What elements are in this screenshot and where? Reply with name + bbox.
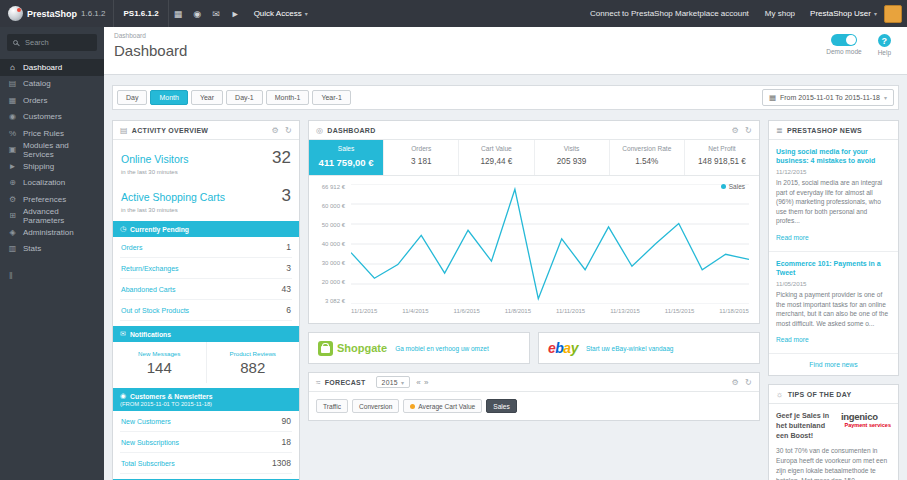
article-title-link[interactable]: Ecommerce 101: Payments in a Tweet bbox=[776, 259, 891, 277]
refresh-icon[interactable]: ↻ bbox=[745, 378, 752, 387]
sidebar-item-advanced-parameters[interactable]: ⊞ Advanced Parameters bbox=[0, 208, 104, 225]
sidebar-item-price-rules[interactable]: % Price Rules bbox=[0, 125, 104, 142]
lightbulb-icon: ☼ bbox=[776, 390, 784, 399]
notifications-header: ✉ Notifications bbox=[113, 326, 299, 342]
user-avatar[interactable] bbox=[884, 5, 902, 23]
range-year-button[interactable]: Year bbox=[191, 90, 223, 105]
cart-icon[interactable]: ▦ bbox=[169, 0, 188, 27]
shopgate-promo-link[interactable]: Ga mobiel en verhoog uw omzet bbox=[395, 345, 489, 352]
new-customers-link[interactable]: New Customers bbox=[121, 418, 171, 425]
range-day-1-button[interactable]: Day-1 bbox=[226, 90, 263, 105]
sidebar-item-administration[interactable]: ◈ Administration bbox=[0, 224, 104, 241]
legend-label: Sales bbox=[493, 403, 510, 410]
ingenico-logo: ingenico Payment services bbox=[841, 411, 891, 428]
demo-mode-toggle[interactable] bbox=[831, 34, 857, 46]
online-visitors-link[interactable]: Online Visitors bbox=[121, 153, 189, 165]
gear-icon[interactable]: ⚙ bbox=[272, 126, 279, 135]
search-input[interactable] bbox=[23, 37, 91, 48]
right-column: ≣ PrestaShop News Using social media for… bbox=[768, 120, 899, 480]
tip-text: 30 tot 70% van de consumenten in Europa … bbox=[776, 446, 891, 480]
customers-icon[interactable]: ◉ bbox=[188, 0, 207, 27]
user-menu[interactable]: PrestaShop User ▾ bbox=[803, 0, 884, 27]
range-month-button[interactable]: Month bbox=[150, 90, 187, 105]
kpi-label: Net Profit bbox=[687, 145, 757, 152]
out-of-stock-value: 6 bbox=[286, 305, 291, 315]
price-rules-icon: % bbox=[8, 129, 17, 138]
forecast-legend-average-cart-value[interactable]: Average Cart Value bbox=[403, 399, 482, 413]
range-year-1-button[interactable]: Year-1 bbox=[312, 90, 350, 105]
user-menu-label: PrestaShop User bbox=[810, 9, 871, 18]
marketplace-link[interactable]: Connect to PrestaShop Marketplace accoun… bbox=[582, 0, 757, 27]
forecast-legend-conversion[interactable]: Conversion bbox=[352, 399, 399, 413]
range-month-1-button[interactable]: Month-1 bbox=[266, 90, 310, 105]
range-day-button[interactable]: Day bbox=[117, 90, 147, 105]
brand-version: 1.6.1.2 bbox=[81, 9, 105, 18]
online-visitors-value: 32 bbox=[272, 148, 291, 168]
view-shop-icon[interactable]: ► bbox=[226, 0, 245, 27]
online-visitors-sub: in the last 30 minutes bbox=[121, 169, 291, 175]
new-messages-cell[interactable]: New Messages 144 bbox=[113, 342, 206, 383]
chart-plot-area[interactable] bbox=[351, 184, 749, 304]
help-control: ? Help bbox=[878, 34, 891, 56]
sidebar-item-preferences[interactable]: ⚙ Preferences bbox=[0, 191, 104, 208]
refresh-icon[interactable]: ↻ bbox=[285, 126, 292, 135]
find-more-news-link[interactable]: Find more news bbox=[769, 354, 898, 375]
help-icon[interactable]: ? bbox=[878, 34, 891, 47]
forecast-legend-traffic[interactable]: Traffic bbox=[316, 399, 348, 413]
calendar-icon: ▦ bbox=[769, 93, 776, 102]
kpi-net-profit[interactable]: Net Profit 148 918,51 € bbox=[685, 140, 759, 175]
dashboard-columns: ▤ Activity overview ⚙ ↻ Online Visitors … bbox=[104, 110, 907, 480]
kpi-orders[interactable]: Orders 3 181 bbox=[384, 140, 459, 175]
pending-orders-link[interactable]: Orders bbox=[121, 244, 142, 251]
sidebar-item-orders[interactable]: ▦ Orders bbox=[0, 92, 104, 109]
chart-legend[interactable]: Sales bbox=[721, 183, 745, 190]
sidebar-item-label: Preferences bbox=[23, 195, 66, 204]
read-more-link[interactable]: Read more bbox=[776, 336, 809, 343]
active-carts-link[interactable]: Active Shopping Carts bbox=[121, 191, 225, 203]
forecast-year-value: 2015 bbox=[382, 379, 398, 386]
kpi-cart-value[interactable]: Cart Value 129,44 € bbox=[459, 140, 534, 175]
forecast-legend-sales[interactable]: Sales bbox=[486, 399, 517, 413]
kpi-value: 148 918,51 € bbox=[687, 157, 757, 166]
sidebar-item-shipping[interactable]: ► Shipping bbox=[0, 158, 104, 175]
forecast-year-select[interactable]: 2015 ▾ bbox=[376, 376, 411, 388]
shop-name-link[interactable]: PS1.6.1.2 bbox=[113, 0, 168, 27]
my-shop-link[interactable]: My shop bbox=[757, 0, 803, 27]
kpi-label: Orders bbox=[386, 145, 456, 152]
product-reviews-cell[interactable]: Product Reviews 882 bbox=[206, 342, 300, 383]
sidebar-search[interactable] bbox=[7, 34, 97, 51]
read-more-link[interactable]: Read more bbox=[776, 234, 809, 241]
sidebar-item-customers[interactable]: ◉ Customers bbox=[0, 109, 104, 126]
gear-icon[interactable]: ⚙ bbox=[732, 378, 739, 387]
refresh-icon[interactable]: ↻ bbox=[745, 126, 752, 135]
forecast-prev-button[interactable]: « bbox=[416, 378, 421, 387]
kpi-value: 205 939 bbox=[537, 157, 607, 166]
section-title: Notifications bbox=[130, 331, 171, 338]
kpi-visits[interactable]: Visits 205 939 bbox=[535, 140, 610, 175]
new-subscriptions-link[interactable]: New Subscriptions bbox=[121, 439, 179, 446]
sidebar-item-stats[interactable]: ▥ Stats bbox=[0, 241, 104, 258]
messages-icon[interactable]: ✉ bbox=[207, 0, 226, 27]
sidebar-item-dashboard[interactable]: ⌂ Dashboard bbox=[0, 59, 104, 76]
pending-orders-value: 1 bbox=[286, 242, 291, 252]
page-title: Dashboard bbox=[114, 42, 897, 59]
kpi-sales[interactable]: Sales 411 759,00 € bbox=[309, 140, 384, 175]
topbar-right: Connect to PrestaShop Marketplace accoun… bbox=[582, 0, 907, 27]
sidebar-item-modules[interactable]: ▣ Modules and Services bbox=[0, 142, 104, 159]
kpi-conversion-rate[interactable]: Conversion Rate 1.54% bbox=[610, 140, 685, 175]
sidebar-collapse-button[interactable]: ‖ bbox=[9, 271, 104, 281]
pending-returns-link[interactable]: Return/Exchanges bbox=[121, 265, 179, 272]
ebay-promo-link[interactable]: Start uw eBay-winkel vandaag bbox=[586, 345, 673, 352]
date-range-picker[interactable]: ▦ From 2015-11-01 To 2015-11-18 ▾ bbox=[762, 89, 894, 106]
sidebar-item-localization[interactable]: ⊕ Localization bbox=[0, 175, 104, 192]
gear-icon[interactable]: ⚙ bbox=[732, 126, 739, 135]
forecast-next-button[interactable]: » bbox=[424, 378, 429, 387]
sidebar-item-catalog[interactable]: ▤ Catalog bbox=[0, 76, 104, 93]
sales-chart-svg bbox=[351, 184, 749, 304]
quick-access-menu[interactable]: Quick Access ▾ bbox=[245, 0, 317, 27]
total-subscribers-link[interactable]: Total Subscribers bbox=[121, 460, 175, 467]
online-visitors-metric: Online Visitors 32 in the last 30 minute… bbox=[113, 140, 299, 178]
out-of-stock-link[interactable]: Out of Stock Products bbox=[121, 307, 189, 314]
abandoned-carts-link[interactable]: Abandoned Carts bbox=[121, 286, 175, 293]
article-title-link[interactable]: Using social media for your business: 4 … bbox=[776, 147, 891, 165]
